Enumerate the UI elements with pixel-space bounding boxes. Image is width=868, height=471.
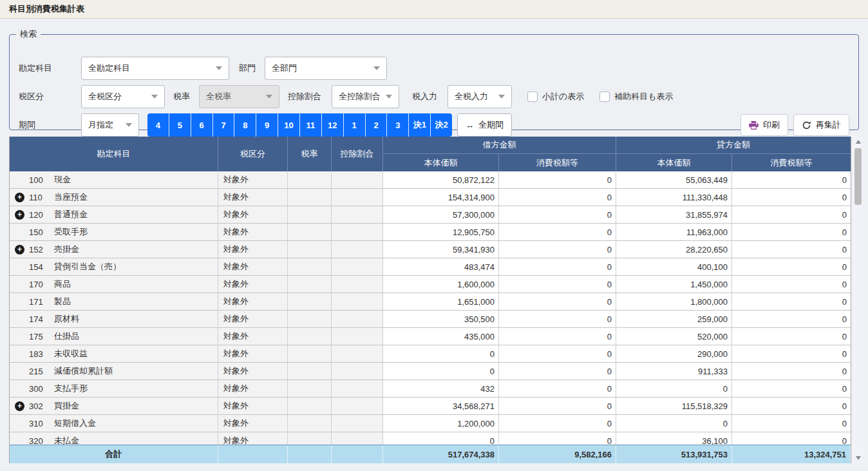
deduction-cell — [332, 345, 383, 362]
table-row[interactable]: 110 当座預金 対象外 154,314,900 0 111,330,448 0 — [10, 189, 851, 206]
scroll-up-icon[interactable] — [853, 137, 863, 147]
expand-plus-icon[interactable] — [15, 193, 24, 202]
table-row[interactable]: 174 原材料 対象外 350,500 0 259,000 0 — [10, 311, 851, 328]
credit-tax-cell: 0 — [732, 380, 851, 397]
col-header-deduction: 控除割合 — [332, 137, 383, 171]
tax-class-select-value: 全税区分 — [88, 91, 122, 102]
deduction-label: 控除割合 — [288, 91, 321, 102]
table-row[interactable]: 152 売掛金 対象外 59,341,930 0 28,220,650 0 — [10, 241, 851, 258]
account-select[interactable]: 全勘定科目 — [81, 57, 229, 80]
account-name: 受取手形 — [54, 226, 88, 238]
deduction-select[interactable]: 全控除割合 — [332, 85, 399, 108]
tax-rate-cell — [288, 276, 332, 293]
month-button[interactable]: 決1 — [409, 113, 431, 137]
deduction-cell — [332, 258, 383, 275]
deduction-cell — [332, 293, 383, 310]
caret-down-icon — [373, 66, 380, 70]
department-select[interactable]: 全部門 — [265, 57, 387, 80]
account-code: 120 — [29, 210, 47, 220]
table-row[interactable]: 320 未払金 対象外 0 0 36,100 0 — [10, 432, 851, 445]
tax-class-cell: 対象外 — [218, 189, 288, 206]
table-header: 勘定科目 税区分 税率 控除割合 借方金額 貸方金額 本体価額 消費税額等 本体… — [10, 137, 851, 171]
debit-base-cell: 59,341,930 — [383, 241, 499, 258]
account-name: 貸倒引当金（売） — [54, 261, 121, 273]
tax-rate-select-value: 全税率 — [206, 91, 231, 102]
account-name: 未払金 — [54, 435, 79, 445]
table-row[interactable]: 150 受取手形 対象外 12,905,750 0 11,963,000 0 — [10, 224, 851, 241]
debit-tax-cell: 0 — [499, 345, 616, 362]
tax-rate-cell — [288, 206, 332, 223]
table-row[interactable]: 183 未収収益 対象外 0 0 290,000 0 — [10, 345, 851, 363]
account-cell: 183 未収収益 — [10, 345, 218, 362]
expand-plus-icon[interactable] — [15, 401, 24, 411]
account-code: 300 — [29, 384, 47, 394]
col-header-debit-tax: 消費税額等 — [499, 154, 616, 171]
month-button[interactable]: 8 — [234, 113, 256, 137]
month-button[interactable]: 1 — [344, 113, 366, 137]
table-row[interactable]: 302 買掛金 対象外 34,568,271 0 115,518,329 0 — [10, 398, 851, 415]
tax-rate-cell — [288, 398, 332, 414]
tax-class-cell: 対象外 — [218, 241, 288, 258]
tax-class-cell: 対象外 — [218, 311, 288, 327]
debit-base-cell: 57,300,000 — [383, 206, 499, 223]
recalculate-button[interactable]: 再集計 — [793, 114, 849, 136]
month-button[interactable]: 2 — [366, 113, 388, 137]
month-button[interactable]: 4 — [147, 113, 169, 137]
account-cell: 310 短期借入金 — [10, 415, 218, 432]
table-body: 100 現金 対象外 50,872,122 0 55,063,449 0 110… — [10, 171, 851, 445]
month-button[interactable]: 9 — [256, 113, 278, 137]
month-button[interactable]: 5 — [169, 113, 191, 137]
expand-plus-icon[interactable] — [15, 210, 24, 220]
account-name: 減価償却累計額 — [54, 365, 113, 377]
debit-tax-cell: 0 — [499, 380, 616, 397]
scrollbar-thumb[interactable] — [854, 148, 862, 205]
account-name: 仕掛品 — [54, 331, 79, 342]
total-credit-tax: 13,324,751 — [732, 445, 851, 463]
vertical-scrollbar[interactable] — [853, 137, 863, 463]
month-button[interactable]: 6 — [191, 113, 213, 137]
print-button[interactable]: 印刷 — [741, 114, 788, 136]
month-button[interactable]: 3 — [387, 113, 409, 137]
subtotal-checkbox[interactable]: 小計の表示 — [527, 91, 584, 102]
month-button[interactable]: 決2 — [431, 113, 452, 137]
table-row[interactable]: 170 商品 対象外 1,600,000 0 1,450,000 0 — [10, 276, 851, 293]
expand-plus-icon[interactable] — [15, 245, 24, 255]
caret-down-icon — [498, 95, 505, 99]
tax-rate-cell — [288, 380, 332, 397]
month-button[interactable]: 12 — [322, 113, 344, 137]
table-row[interactable]: 310 短期借入金 対象外 1,200,000 0 0 0 — [10, 415, 851, 432]
debit-tax-cell: 0 — [499, 415, 616, 432]
credit-tax-cell: 0 — [732, 241, 851, 258]
debit-base-cell: 483,474 — [383, 258, 499, 275]
tax-class-cell: 対象外 — [218, 276, 288, 293]
table-row[interactable]: 215 減価償却累計額 対象外 0 0 911,333 0 — [10, 363, 851, 380]
tax-class-cell: 対象外 — [218, 398, 288, 414]
search-row-3: 期間 月指定 456789101112123決1決2 全期間 印刷 — [19, 113, 849, 137]
tax-input-select[interactable]: 全税入力 — [448, 85, 512, 108]
credit-tax-cell: 0 — [732, 293, 851, 310]
table-row[interactable]: 120 普通預金 対象外 57,300,000 0 31,855,974 0 — [10, 206, 851, 224]
period-select[interactable]: 月指定 — [81, 113, 139, 137]
print-button-label: 印刷 — [763, 119, 780, 131]
table-row[interactable]: 175 仕掛品 対象外 435,000 0 520,000 0 — [10, 328, 851, 345]
table-row[interactable]: 154 貸倒引当金（売） 対象外 483,474 0 400,100 0 — [10, 258, 851, 276]
tax-rate-cell — [288, 415, 332, 432]
tax-rate-label: 税率 — [173, 91, 190, 102]
sub-account-checkbox[interactable]: 補助科目も表示 — [599, 91, 673, 102]
table-row[interactable]: 100 現金 対象外 50,872,122 0 55,063,449 0 — [10, 171, 851, 189]
all-period-button[interactable]: 全期間 — [457, 113, 512, 137]
checkbox-box-icon[interactable] — [599, 91, 610, 102]
credit-tax-cell: 0 — [732, 276, 851, 293]
tax-class-select[interactable]: 全税区分 — [81, 85, 165, 108]
month-button[interactable]: 7 — [213, 113, 235, 137]
checkbox-box-icon[interactable] — [527, 91, 538, 102]
month-button[interactable]: 10 — [278, 113, 300, 137]
month-button[interactable]: 11 — [300, 113, 322, 137]
debit-tax-cell: 0 — [499, 398, 616, 414]
col-header-debit-group: 借方金額 — [383, 137, 616, 154]
table-row[interactable]: 300 支払手形 対象外 432 0 0 0 — [10, 380, 851, 398]
credit-tax-cell: 0 — [732, 206, 851, 223]
tax-class-label: 税区分 — [19, 91, 81, 102]
scroll-down-icon[interactable] — [853, 453, 863, 463]
table-row[interactable]: 171 製品 対象外 1,651,000 0 1,800,000 0 — [10, 293, 851, 311]
